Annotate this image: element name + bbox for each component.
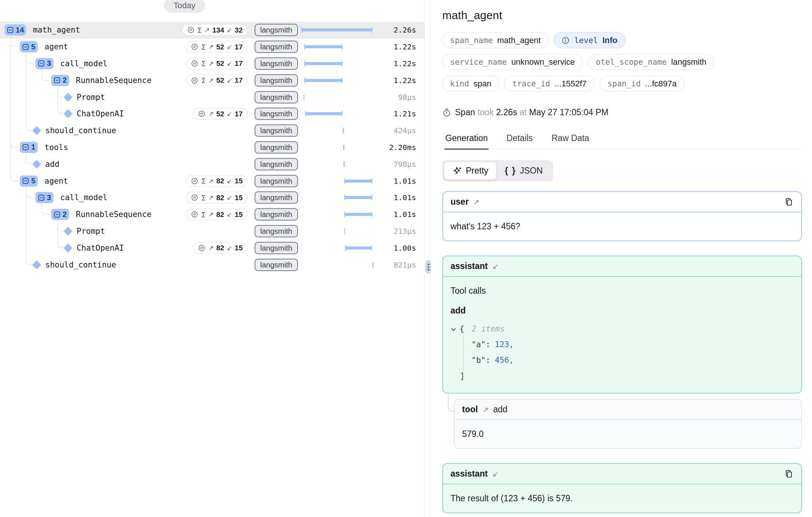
expand-collapse-badge[interactable]: 1 [20, 142, 38, 153]
tree-node-name: RunnableSequence [76, 76, 151, 85]
input-tokens: 134 [212, 26, 224, 34]
expand-collapse-badge[interactable]: 2 [51, 209, 69, 220]
expand-collapse-badge[interactable]: 14 [4, 24, 26, 36]
input-tokens: 82 [216, 210, 224, 218]
vendor-tag: langsmith [255, 158, 298, 170]
expand-collapse-badge[interactable]: 5 [20, 41, 38, 52]
attribute-pill-span_id[interactable]: span_id...fc897a [600, 76, 685, 92]
tree-node-name: ChatOpenAI [77, 109, 124, 118]
duration-bar-track [301, 122, 372, 139]
tree-row-agent[interactable]: 5agentΣ↗52↙17langsmith1.22s [0, 39, 424, 55]
attribute-value: ...fc897a [645, 79, 677, 89]
input-tokens-arrow-icon: ↗ [208, 244, 213, 252]
tool-calls-heading: Tool calls [450, 286, 794, 296]
attribute-pill-span_name[interactable]: span_namemath_agent [442, 32, 548, 48]
message-role: user [450, 197, 469, 207]
toggle-option-pretty[interactable]: Pretty [444, 162, 496, 180]
duration-tick [344, 228, 345, 234]
copy-button[interactable] [784, 469, 794, 479]
tree-row-agent[interactable]: 5agentΣ↗82↙15langsmith1.01s [0, 172, 424, 189]
tree-row-add[interactable]: addlangsmith798µs [0, 156, 424, 172]
duration-bar-track [301, 55, 372, 72]
attribute-value: unknown_service [511, 57, 575, 67]
attribute-pill-trace_id[interactable]: trace_id...1552f7 [504, 76, 594, 92]
tree-row-Prompt[interactable]: Promptlangsmith98µs [0, 89, 424, 105]
message-role: assistant [450, 261, 488, 271]
tree-row-Prompt[interactable]: Promptlangsmith213µs [0, 223, 424, 240]
duration-bar-track [301, 189, 372, 206]
output-tokens-arrow-icon: ↙ [227, 211, 232, 218]
token-usage-pill: ↗52↙17 [193, 108, 247, 120]
attribute-pill-level[interactable]: levelInfo [554, 32, 625, 48]
token-coin-icon [187, 26, 195, 34]
token-coin-icon [191, 43, 199, 51]
tree-row-tools[interactable]: 1toolslangsmith2.20ms [0, 139, 424, 156]
message-role: assistant [450, 469, 488, 479]
input-tokens: 82 [216, 244, 224, 252]
tree-node-name: Prompt [77, 93, 105, 102]
left-panel-scrollbar-track[interactable] [424, 0, 425, 517]
attribute-key: span_id [608, 79, 641, 88]
tree-row-ChatOpenAI[interactable]: ChatOpenAI↗82↙15langsmith1.00s [0, 239, 424, 256]
duration-bar-track [301, 239, 372, 256]
child-count: 14 [16, 26, 24, 34]
copy-button[interactable] [784, 197, 794, 207]
collapse-icon [38, 60, 45, 67]
token-usage-pill: Σ↗52↙17 [186, 58, 247, 69]
toggle-option-json[interactable]: { }JSON [496, 162, 551, 180]
date-group-pill[interactable]: Today [164, 0, 205, 13]
expand-collapse-badge[interactable]: 3 [36, 192, 53, 203]
tree-row-should_continue[interactable]: should_continuelangsmith821µs [0, 256, 424, 273]
duration-bar-track [301, 139, 372, 156]
tab-generation[interactable]: Generation [445, 129, 489, 150]
collapse-icon [22, 144, 29, 151]
tree-row-RunnableSequence[interactable]: 2RunnableSequenceΣ↗52↙17langsmith1.22s [0, 72, 424, 89]
tree-row-call_model[interactable]: 3call_modelΣ↗82↙15langsmith1.01s [0, 189, 424, 206]
duration-bar-track [301, 39, 372, 55]
leaf-diamond-icon [32, 160, 41, 169]
tab-details[interactable]: Details [506, 129, 533, 150]
collapse-icon [22, 177, 29, 184]
tree-row-call_model[interactable]: 3call_modelΣ↗52↙17langsmith1.22s [0, 55, 424, 72]
message-card-assistant: assistant↙The result of (123 + 456) is 5… [442, 463, 802, 513]
expand-collapse-badge[interactable]: 3 [36, 58, 53, 69]
collapse-icon [7, 27, 14, 34]
duration-bar [344, 213, 372, 216]
attribute-key: kind [450, 79, 469, 88]
tree-row-should_continue[interactable]: should_continuelangsmith424µs [0, 122, 424, 139]
token-usage-pill: Σ↗52↙17 [186, 41, 247, 53]
duration-label: 798µs [394, 160, 416, 169]
vendor-tag: langsmith [255, 192, 298, 204]
tab-raw-data[interactable]: Raw Data [551, 129, 590, 150]
span-summary: Span took 2.26s at May 27 17:05:04 PM [442, 107, 802, 117]
json-entry: "b":456, [450, 352, 794, 368]
input-tokens: 52 [216, 76, 224, 85]
attribute-pill-kind[interactable]: kindspan [442, 76, 499, 92]
input-tokens-arrow-icon: ↗ [208, 110, 213, 118]
output-tokens-arrow-icon: ↙ [227, 110, 232, 118]
expand-collapse-badge[interactable]: 2 [51, 75, 69, 86]
duration-bar-cap [304, 44, 305, 50]
vendor-tag: langsmith [255, 208, 298, 221]
attribute-pill-otel_scope_name[interactable]: otel_scope_namelangsmith [588, 54, 714, 70]
output-tokens: 17 [235, 43, 243, 51]
duration-tick [343, 128, 344, 134]
output-tokens: 15 [235, 193, 243, 202]
duration-bar-cap [305, 111, 306, 117]
expand-collapse-badge[interactable]: 5 [20, 175, 38, 187]
attribute-pill-service_name[interactable]: service_nameunknown_service [442, 54, 583, 70]
tree-row-RunnableSequence[interactable]: 2RunnableSequenceΣ↗82↙15langsmith1.01s [0, 206, 424, 223]
json-items-count: 2 items [472, 324, 505, 333]
duration-bar-track [301, 256, 372, 273]
vendor-tag: langsmith [255, 175, 298, 187]
message-card-assistant: assistant↙Tool callsadd{2 items"a":123,"… [442, 256, 802, 394]
output-tokens-arrow-icon: ↙ [227, 194, 232, 202]
duration-bar-cap [372, 195, 373, 201]
token-coin-icon [191, 177, 199, 185]
message-card-header: assistant↙ [443, 256, 801, 277]
tree-row-math_agent[interactable]: 14math_agentΣ↗134↙32langsmith2.26s [0, 22, 424, 39]
chevron-down-icon[interactable] [450, 327, 456, 332]
tree-row-ChatOpenAI[interactable]: ChatOpenAI↗52↙17langsmith1.21s [0, 105, 424, 122]
input-tokens-arrow-icon: ↗ [208, 211, 213, 218]
message-card-header: tool↗add [455, 400, 801, 420]
